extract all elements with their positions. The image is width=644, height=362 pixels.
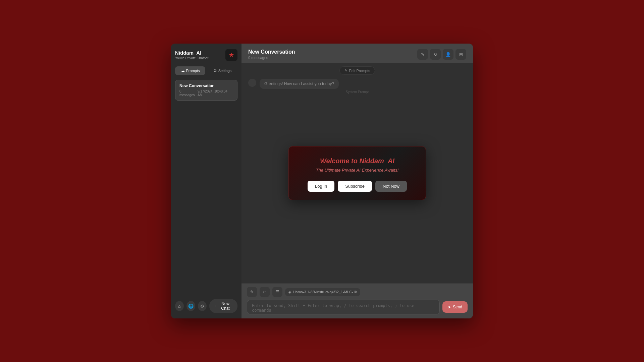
user-button[interactable]: 👤 <box>443 49 453 60</box>
settings-footer-icon: ⚙ <box>200 304 204 309</box>
main-content: New Conversation 0 messages ✎ ↻ 👤 ⊞ <box>241 44 473 318</box>
sidebar-nav: ☁ Prompts ⚙ Settings <box>175 66 237 75</box>
toolbar-undo-button[interactable]: ↩ <box>260 287 270 297</box>
main-header: New Conversation 0 messages ✎ ↻ 👤 ⊞ <box>241 44 473 63</box>
settings-icon: ⚙ <box>213 68 217 73</box>
user-icon: 👤 <box>445 52 451 57</box>
chat-input[interactable] <box>247 300 440 314</box>
avatar: ★ <box>225 49 237 61</box>
toolbar-undo-icon: ↩ <box>263 290 266 294</box>
modal-title: Welcome to Niddam_AI <box>298 157 416 165</box>
toolbar-attach-icon: ☰ <box>276 290 279 294</box>
modal-subtitle: The Ultimate Private AI Experience Await… <box>298 168 416 173</box>
modal-actions: Log In Subscribe Not Now <box>298 181 416 192</box>
main-title-group: New Conversation 0 messages <box>248 49 295 60</box>
new-chat-label: New Chat <box>218 301 233 311</box>
login-button[interactable]: Log In <box>308 181 334 192</box>
settings-footer-button[interactable]: ⚙ <box>198 301 207 311</box>
chat-area: ✎ Edit Prompts Greetings! How can I assi… <box>241 63 473 283</box>
app-window: Niddam_AI You're Private Chatbot! ★ ☁ Pr… <box>171 44 473 318</box>
model-selector-button[interactable]: ◈ Llama-3.1-8B-Instruct-q4f32_1-MLC-1k <box>285 288 360 296</box>
grid-button[interactable]: ⊞ <box>455 49 466 60</box>
bottom-toolbar: ✎ ↩ ☰ ◈ Llama-3.1-8B-Instruct-q4f32_1-ML… <box>247 287 468 297</box>
sidebar: Niddam_AI You're Private Chatbot! ★ ☁ Pr… <box>171 44 241 318</box>
globe-button[interactable]: 🌐 <box>186 301 195 311</box>
send-icon: ➤ <box>448 305 451 309</box>
prompts-label: Prompts <box>186 69 200 73</box>
edit-button[interactable]: ✎ <box>417 49 428 60</box>
sidebar-footer: ⌂ 🌐 ⚙ + New Chat <box>175 299 237 313</box>
toolbar-edit-button[interactable]: ✎ <box>247 287 257 297</box>
app-branding: Niddam_AI You're Private Chatbot! <box>175 50 209 60</box>
main-title: New Conversation <box>248 49 295 55</box>
send-button[interactable]: ➤ Send <box>442 301 468 313</box>
conversation-title: New Conversation <box>179 83 233 88</box>
not-now-button[interactable]: Not Now <box>375 181 407 192</box>
model-label: Llama-3.1-8B-Instruct-q4f32_1-MLC-1k <box>293 290 357 294</box>
send-label: Send <box>453 305 462 309</box>
refresh-icon: ↻ <box>434 52 437 57</box>
new-chat-button[interactable]: + New Chat <box>209 299 237 313</box>
app-title: Niddam_AI <box>175 50 209 56</box>
header-actions: ✎ ↻ 👤 ⊞ <box>417 49 466 60</box>
avatar-icon: ★ <box>229 51 234 59</box>
globe-icon: 🌐 <box>188 304 194 309</box>
modal-card: Welcome to Niddam_AI The Ultimate Privat… <box>288 146 426 200</box>
subscribe-button[interactable]: Subscribe <box>338 181 372 192</box>
main-subtitle: 0 messages <box>248 56 295 60</box>
home-icon: ⌂ <box>178 304 181 309</box>
prompts-icon: ☁ <box>181 68 185 73</box>
conversation-item[interactable]: New Conversation 0 messages 9/17/2024, 1… <box>175 80 237 101</box>
conversation-meta: 0 messages 9/17/2024, 10:48:04 AM <box>179 89 233 97</box>
bottom-bar: ✎ ↩ ☰ ◈ Llama-3.1-8B-Instruct-q4f32_1-ML… <box>241 283 473 318</box>
conversation-messages: 0 messages <box>179 89 198 97</box>
refresh-button[interactable]: ↻ <box>430 49 441 60</box>
new-chat-icon: + <box>214 304 216 308</box>
toolbar-edit-icon: ✎ <box>250 290 254 294</box>
model-icon: ◈ <box>288 290 291 294</box>
home-button[interactable]: ⌂ <box>175 301 184 311</box>
grid-icon: ⊞ <box>459 52 463 57</box>
app-subtitle: You're Private Chatbot! <box>175 56 209 60</box>
prompts-nav-button[interactable]: ☁ Prompts <box>175 66 205 75</box>
settings-label: Settings <box>218 69 232 73</box>
chat-input-row: ➤ Send <box>247 300 468 314</box>
modal-overlay: Welcome to Niddam_AI The Ultimate Privat… <box>241 63 473 283</box>
edit-icon: ✎ <box>421 52 425 57</box>
settings-nav-button[interactable]: ⚙ Settings <box>207 66 237 75</box>
conversation-date: 9/17/2024, 10:48:04 AM <box>198 89 233 97</box>
sidebar-header: Niddam_AI You're Private Chatbot! ★ <box>175 49 237 61</box>
toolbar-attach-button[interactable]: ☰ <box>272 287 282 297</box>
